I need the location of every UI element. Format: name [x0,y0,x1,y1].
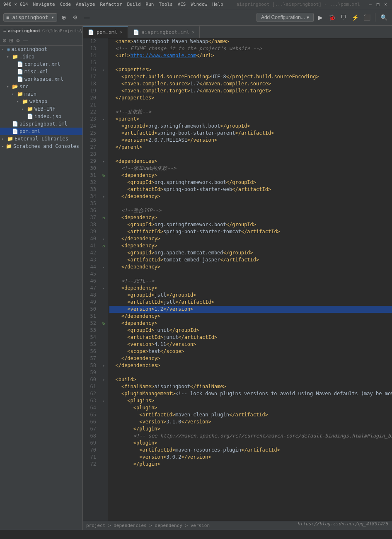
tree-label-compiler-xml: compiler.xml [24,61,60,67]
tab-icon-pom: 📄 [88,29,94,35]
breadcrumb-path: aispringboot [...\aispringboot] - ...\po… [237,2,360,7]
stop-button[interactable]: ⬛ [362,12,372,22]
xml-icon-pom: 📄 [12,128,18,134]
tree-item-idea[interactable]: ▾ 📁 .idea [0,53,82,60]
tree-item-aispringboot[interactable]: ▾ ◉ aispringboot [0,46,82,53]
code-line-31: <dependency> [109,172,392,179]
code-line-23: <parent> [109,116,392,123]
tree-item-aispringboot-iml[interactable]: 📄 aispringboot.iml [0,120,82,128]
tree-arrow-idea: ▾ [7,55,11,59]
tree-item-webapp[interactable]: ▾ 📁 webapp [0,98,82,105]
tree-item-pom-xml[interactable]: 📄 pom.xml [0,128,82,135]
line-numbers: 1213141516171819202122232425262728293031… [83,38,99,521]
tab-close-pom[interactable]: ✕ [120,30,123,34]
window-minimize-btn[interactable]: — [367,2,373,7]
folder-icon-main: 📁 [17,91,23,97]
code-line-37: <dependency> [109,214,392,221]
tree-item-src[interactable]: ▾ 📂 src [0,83,82,90]
sidebar-toolbar: ⊕ ⊞ ⚙ — [0,36,82,46]
tree-label-idea: .idea [19,54,34,60]
window-maximize-btn[interactable]: □ [375,2,381,7]
iml-icon: 📄 [12,121,18,127]
nav-menu-label: Navigate [33,2,55,7]
editor-content[interactable]: 1213141516171819202122232425262728293031… [83,38,392,521]
run-button[interactable]: ▶ [315,12,325,22]
code-line-28 [109,151,392,158]
code-line-21 [109,102,392,109]
tree-item-external-libraries[interactable]: ▸ 📁 External Libraries [0,135,82,143]
folder-icon-webapp: 📁 [22,99,28,104]
code-line-36: <!--整合JSP--> [109,207,392,214]
minimize-panel-btn[interactable]: — [82,12,92,22]
tree-label-main: main [24,91,36,97]
code-line-52: <dependency> [109,320,392,327]
sidebar-settings-btn[interactable]: ⚙ [15,37,21,44]
sidebar-close-btn[interactable]: — [22,37,29,44]
code-line-15 [109,59,392,66]
tree-arrow-scratches: ▸ [2,144,5,148]
status-breadcrumb: project > dependencies > dependency > ve… [86,523,210,528]
help-menu-label: Help [212,2,223,7]
code-line-53: <groupId>junit</groupId> [109,327,392,334]
code-line-49: <artifactId>jstl</artifactId> [109,299,392,306]
code-line-58: </dependencies> [109,362,392,369]
module-icon: ◉ [7,46,10,52]
code-line-18: <maven.compiler.source>1.7</maven.compil… [109,80,392,87]
add-configuration-button[interactable]: Add Configuration... ▾ [256,13,314,22]
code-line-29: <dependencies> [109,158,392,165]
code-line-25: <artifactId>spring-boot-starter-parent</… [109,130,392,137]
tree-item-workspace-xml[interactable]: 📄 workspace.xml [0,75,82,83]
tree-label-workspace-xml: workspace.xml [24,76,63,82]
tree-item-compiler-xml[interactable]: 📄 compiler.xml [0,60,82,68]
code-line-14: <url>http://www.example.com</url> [109,52,392,59]
code-line-48: <groupId>jstl</groupId> [109,292,392,299]
code-line-47: <dependency> [109,285,392,292]
tab-pom-xml[interactable]: 📄 pom.xml ✕ [83,26,128,38]
tree-arrow-webinf: ▸ [22,107,26,111]
tab-bar: 📄 pom.xml ✕ 📄 aispringboot.iml ✕ [83,26,392,38]
tab-aispringboot-iml[interactable]: 📄 aispringboot.iml ✕ [128,26,200,38]
xml-icon-misc: 📄 [17,69,23,75]
analyze-menu-label: Analyze [76,2,95,7]
code-line-35 [109,200,392,207]
title-bar-left: 948 × 614 Navigate Code Analyze Refactor… [3,2,367,7]
tree-item-webinf[interactable]: ▸ 📁 WEB-INF [0,105,82,113]
title-bar-right: — □ ✕ [367,2,389,7]
editor-area: 📄 pom.xml ✕ 📄 aispringboot.iml ✕ 1213141… [83,26,392,530]
dropdown-arrow-icon: ▾ [307,15,309,20]
code-line-69: <plugin> [109,440,392,447]
window-close-btn[interactable]: ✕ [382,2,389,7]
project-dropdown[interactable]: ≡ aispringboot ▾ [3,13,57,22]
code-line-50: <version>1.2</version> [109,306,392,313]
tree-item-scratches[interactable]: ▸ 📁 Scratches and Consoles [0,143,82,150]
tab-label-iml: aispringboot.iml [142,29,190,35]
coverage-button[interactable]: ⛉ [339,12,348,22]
xml-icon-compiler: 📄 [17,61,23,67]
profile-button[interactable]: ⚡ [350,12,360,22]
jsp-icon: 📄 [27,114,33,119]
vcs-menu-label: VCS [178,2,186,7]
window-size-label: 948 × 614 [3,2,28,7]
search-everywhere-button[interactable]: 🔍 [379,12,389,22]
code-line-41: <dependency> [109,242,392,249]
code-area[interactable]: <name>aispringboot Maven Webapp</name> <… [108,38,392,521]
tree-label-webapp: webapp [29,99,47,104]
code-line-26: <version>2.0.7.RELEASE</version> [109,137,392,144]
tree-label-external-libraries: External Libraries [15,136,68,142]
folder-icon-idea: 📁 [12,54,18,60]
code-line-60: <build> [109,376,392,383]
tree-item-main[interactable]: ▾ 📁 main [0,90,82,98]
tab-close-iml[interactable]: ✕ [192,30,194,34]
tree-item-misc-xml[interactable]: 📄 misc.xml [0,68,82,75]
run-menu-label: Run [146,2,154,7]
code-line-59 [109,369,392,376]
code-line-20: </properties> [109,94,392,102]
sidebar-add-btn[interactable]: ⊕ [2,37,7,44]
code-line-61: <finalName>aispringboot</finalName> [109,383,392,390]
sidebar-expand-btn[interactable]: ⊞ [8,37,14,44]
settings-btn[interactable]: ⚙ [70,12,80,22]
add-module-btn[interactable]: ⊕ [59,12,69,22]
debug-button[interactable]: 🐞 [327,12,337,22]
tree-item-index-jsp[interactable]: 📄 index.jsp [0,113,82,120]
refactor-menu-label: Refactor [100,2,122,7]
